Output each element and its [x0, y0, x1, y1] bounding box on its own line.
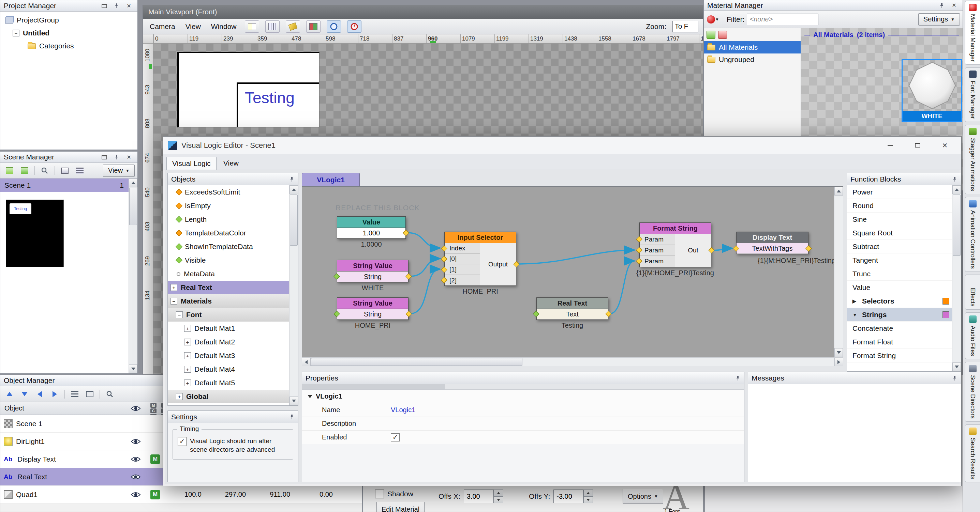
- canvas-horizontal-scrollbar[interactable]: [302, 357, 843, 366]
- layout-icon[interactable]: [245, 21, 259, 33]
- object-item[interactable]: +Default Mat1: [168, 322, 289, 335]
- object-item[interactable]: +Default Mat2: [168, 335, 289, 349]
- grid-icon[interactable]: [265, 21, 280, 33]
- object-item[interactable]: +Default Mat4: [168, 363, 289, 376]
- collapse-icon[interactable]: −: [13, 30, 19, 36]
- thumbnail-view-icon[interactable]: [58, 165, 71, 176]
- close-icon[interactable]: ✕: [933, 138, 956, 153]
- side-tab-audio-files[interactable]: Audio Files: [965, 312, 980, 359]
- node-input-selector[interactable]: Input Selector Index [0] [1] [2] Output: [444, 231, 516, 286]
- pin-icon[interactable]: [289, 414, 294, 420]
- offs-x-spinner[interactable]: [464, 490, 503, 503]
- search-icon[interactable]: [38, 165, 51, 176]
- offs-y-spinner[interactable]: [554, 490, 593, 503]
- collapse-icon[interactable]: −: [170, 298, 177, 304]
- objects-scrollbar[interactable]: [289, 185, 298, 405]
- pin-icon[interactable]: [111, 153, 122, 162]
- view-button[interactable]: View▼: [103, 165, 135, 177]
- object-item[interactable]: ShowInTemplateData: [168, 240, 289, 254]
- spin-up-icon[interactable]: [584, 490, 593, 496]
- texture-icon[interactable]: [306, 21, 321, 33]
- move-right-icon[interactable]: [48, 388, 61, 400]
- object-item[interactable]: IsEmpty: [168, 199, 289, 212]
- side-tab-font-manager[interactable]: Font Manager: [965, 67, 980, 122]
- pin-icon[interactable]: [952, 376, 958, 381]
- object-value-y[interactable]: 297.00: [208, 491, 246, 498]
- object-row-quad1[interactable]: Quad1 M 100.0 297.00 911.00 0.00: [0, 486, 362, 504]
- pin-icon[interactable]: [289, 176, 294, 182]
- new-scene-icon[interactable]: [3, 165, 16, 176]
- search-icon[interactable]: [103, 388, 116, 400]
- tab-vlogic1[interactable]: VLogic1: [302, 173, 360, 186]
- node-canvas[interactable]: REPLACE THIS BLOCK Value 1.0000: [302, 186, 843, 357]
- function-block-item[interactable]: Subtract: [847, 240, 952, 254]
- function-block-category-selectors[interactable]: ▶Selectors: [847, 294, 952, 308]
- scene-text[interactable]: Testing: [245, 89, 294, 107]
- property-row-description[interactable]: Description: [302, 417, 744, 431]
- menu-visual-logic[interactable]: Visual Logic: [166, 157, 216, 170]
- restore-icon[interactable]: [99, 153, 110, 162]
- function-block-item[interactable]: Sine: [847, 212, 952, 226]
- group-all-materials[interactable]: All Materials: [704, 41, 801, 54]
- side-tab-effects[interactable]: Effects: [965, 274, 980, 310]
- object-group-font[interactable]: −Font: [168, 308, 289, 322]
- spin-down-icon[interactable]: [494, 496, 503, 503]
- shadow-option[interactable]: Shadow: [375, 490, 413, 498]
- expand-icon[interactable]: +: [184, 379, 191, 386]
- run-after-directors-checkbox[interactable]: ✓: [178, 437, 186, 446]
- expand-icon[interactable]: +: [176, 393, 183, 400]
- pin-icon[interactable]: [111, 2, 122, 10]
- eye-icon[interactable]: [130, 456, 141, 464]
- material-badge[interactable]: M: [150, 455, 160, 464]
- tree-item-projectgroup[interactable]: ProjectGroup: [0, 14, 137, 27]
- tree-item-categories[interactable]: Categories: [0, 40, 137, 52]
- value-input[interactable]: [337, 228, 406, 238]
- scene-list-scrollbar[interactable]: [129, 179, 137, 373]
- object-value-w[interactable]: 0.00: [295, 491, 333, 498]
- function-block-item[interactable]: Value: [847, 281, 952, 294]
- function-block-item[interactable]: Format String: [847, 349, 952, 363]
- menu-view[interactable]: View: [218, 157, 244, 170]
- node-format-string[interactable]: Format String Param Param Param Out: [640, 222, 711, 267]
- maximize-icon[interactable]: [906, 138, 929, 153]
- settings-button[interactable]: Settings▼: [918, 13, 960, 25]
- side-tab-material-manager[interactable]: Material Manager: [965, 1, 980, 65]
- property-row-name[interactable]: Name VLogic1: [302, 403, 744, 417]
- side-tab-scene-directors[interactable]: Scene Directors: [965, 362, 980, 422]
- collapse-arrow-icon[interactable]: [307, 395, 312, 398]
- material-dropdown-icon[interactable]: ▼: [706, 14, 719, 25]
- properties-root-row[interactable]: VLogic1: [302, 390, 744, 403]
- property-row-enabled[interactable]: Enabled ✓: [302, 431, 744, 444]
- expand-icon[interactable]: +: [184, 325, 191, 332]
- timer-icon[interactable]: [347, 21, 361, 33]
- function-block-item[interactable]: Format Float: [847, 335, 952, 349]
- function-block-item[interactable]: Concatenate: [847, 322, 952, 335]
- collapse-icon[interactable]: −: [176, 311, 183, 318]
- side-tab-animation-controllers[interactable]: Animation Controllers: [965, 197, 980, 272]
- pin-icon[interactable]: [735, 376, 741, 381]
- pin-icon[interactable]: [937, 1, 947, 10]
- close-icon[interactable]: ✕: [124, 2, 134, 10]
- expand-icon[interactable]: +: [184, 366, 191, 373]
- run-after-directors-option[interactable]: ✓ Visual Logic should run after scene di…: [178, 437, 288, 454]
- restore-icon[interactable]: [99, 2, 110, 10]
- side-tab-search-results[interactable]: Search Results: [965, 425, 980, 482]
- delete-group-icon[interactable]: [718, 31, 727, 39]
- group-ungrouped[interactable]: Ungrouped: [704, 54, 801, 66]
- node-value[interactable]: Value: [337, 216, 406, 239]
- edit-material-button[interactable]: Edit Material: [377, 502, 425, 512]
- collapse-tree-icon[interactable]: [83, 388, 96, 400]
- properties-splitter[interactable]: [302, 384, 744, 390]
- material-badge[interactable]: M: [150, 490, 160, 499]
- expand-icon[interactable]: +: [184, 339, 191, 346]
- list-view-icon[interactable]: [73, 165, 86, 176]
- eye-icon[interactable]: [130, 474, 141, 482]
- function-block-category-strings[interactable]: ▼Strings: [847, 308, 952, 322]
- menu-window[interactable]: Window: [209, 21, 239, 32]
- object-item-real-text[interactable]: +Real Text: [168, 281, 289, 294]
- object-item[interactable]: +Default Mat5: [168, 376, 289, 390]
- zoom-input[interactable]: [673, 21, 698, 32]
- function-block-item[interactable]: Trunc: [847, 267, 952, 281]
- node-display-text[interactable]: Display Text TextWithTags: [736, 231, 808, 254]
- eye-icon[interactable]: [130, 491, 141, 499]
